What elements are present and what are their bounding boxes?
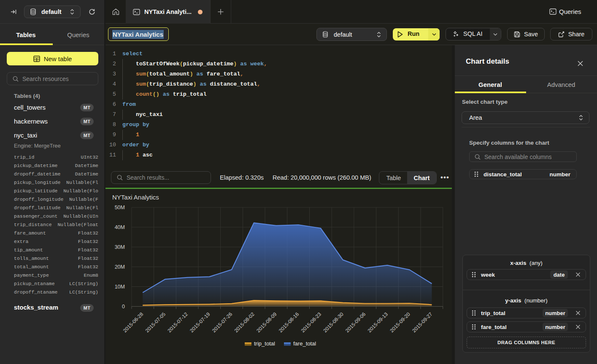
svg-text:30M: 30M — [115, 244, 125, 250]
svg-text:40M: 40M — [115, 224, 125, 230]
svg-text:2015-09-27: 2015-09-27 — [411, 311, 434, 334]
svg-text:2015-07-05: 2015-07-05 — [144, 311, 167, 334]
svg-text:2015-07-12: 2015-07-12 — [167, 311, 189, 334]
svg-text:2015-08-09: 2015-08-09 — [255, 311, 278, 334]
svg-text:2015-07-19: 2015-07-19 — [189, 311, 211, 334]
svg-text:2015-09-06: 2015-09-06 — [344, 311, 367, 334]
svg-text:2015-09-13: 2015-09-13 — [367, 311, 389, 334]
svg-text:2015-06-28: 2015-06-28 — [122, 311, 145, 334]
svg-text:20M: 20M — [115, 264, 125, 270]
svg-text:2015-08-16: 2015-08-16 — [278, 311, 300, 334]
svg-text:trip_total: trip_total — [254, 340, 275, 347]
svg-text:50M: 50M — [115, 205, 125, 210]
svg-text:fare_total: fare_total — [293, 340, 316, 347]
svg-text:2015-08-23: 2015-08-23 — [300, 311, 323, 334]
svg-text:2015-08-02: 2015-08-02 — [233, 311, 256, 334]
svg-text:0: 0 — [122, 304, 125, 310]
svg-text:2015-09-20: 2015-09-20 — [389, 311, 411, 334]
svg-text:2015-07-26: 2015-07-26 — [211, 311, 234, 334]
svg-text:NYTaxi Analytics: NYTaxi Analytics — [112, 194, 159, 201]
svg-text:10M: 10M — [115, 284, 125, 290]
svg-text:2015-08-30: 2015-08-30 — [322, 311, 345, 334]
